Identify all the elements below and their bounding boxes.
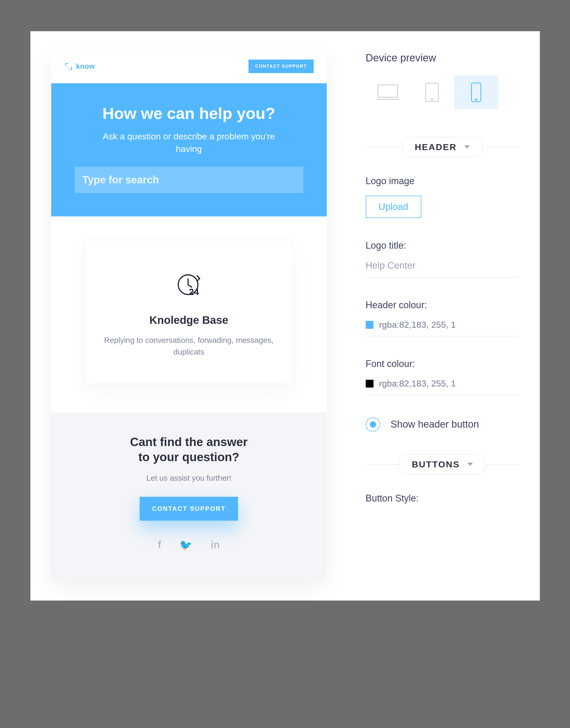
- font-colour-swatch: [366, 380, 373, 387]
- kb-card-title: Knoledge Base: [101, 314, 277, 326]
- button-style-label: Button Style:: [366, 493, 519, 504]
- mock-header: know CONTACT SUPPORT: [51, 49, 327, 83]
- clock-24-icon: 24: [175, 271, 203, 300]
- mock-logo: know: [64, 62, 95, 71]
- social-row: f 🐦 in: [62, 539, 316, 551]
- svg-point-5: [431, 99, 433, 100]
- upload-button[interactable]: Upload: [366, 196, 421, 218]
- logo-title-input[interactable]: [366, 260, 519, 278]
- hero-section: How we can help you? Ask a question or d…: [51, 83, 327, 216]
- font-colour-label: Font colour:: [366, 358, 519, 369]
- desktop-icon: [376, 83, 400, 102]
- device-option-desktop[interactable]: [366, 75, 410, 109]
- font-colour-input[interactable]: rgba:82,183, 255, 1: [366, 378, 519, 395]
- logo-title-label: Logo title:: [366, 240, 519, 251]
- chevron-down-icon: [468, 463, 473, 466]
- twitter-icon[interactable]: 🐦: [179, 539, 192, 551]
- editor-canvas: know CONTACT SUPPORT How we can help you…: [30, 31, 540, 600]
- logo-text: know: [76, 62, 95, 70]
- cta-title-line2: to your question?: [138, 450, 239, 464]
- device-picker: [366, 75, 519, 109]
- mobile-icon: [471, 82, 482, 103]
- section-toggle-buttons[interactable]: BUTTONS: [398, 454, 486, 475]
- section-divider-buttons: BUTTONS: [366, 454, 519, 475]
- font-colour-value: rgba:82,183, 255, 1: [379, 378, 456, 389]
- svg-rect-3: [378, 85, 398, 97]
- svg-point-7: [476, 99, 477, 101]
- logo-mark-icon: [64, 62, 73, 71]
- device-option-tablet[interactable]: [410, 75, 454, 109]
- section-header-label: HEADER: [415, 142, 457, 152]
- tablet-icon: [424, 82, 440, 103]
- radio-icon: [366, 417, 380, 432]
- hero-title: How we can help you?: [67, 104, 311, 123]
- logo-image-label: Logo image: [366, 176, 519, 186]
- cta-title-line1: Cant find the answer: [130, 435, 247, 449]
- hero-search-input[interactable]: [75, 167, 303, 193]
- header-contact-button[interactable]: CONTACT SUPPORT: [249, 59, 314, 73]
- show-header-button-label: Show header button: [391, 418, 479, 431]
- device-preview-heading: Device preview: [366, 52, 519, 64]
- cta-section: Cant find the answer to your question? L…: [51, 412, 327, 580]
- device-option-mobile[interactable]: [454, 75, 498, 109]
- cta-subtitle: Let us assist you further!: [62, 474, 316, 483]
- header-colour-label: Header colour:: [366, 300, 519, 311]
- cta-title: Cant find the answer to your question?: [62, 434, 316, 465]
- kb-card-desc: Replying to conversations, forwading, me…: [101, 334, 277, 358]
- kb-card[interactable]: 24 Knoledge Base Replying to conversatio…: [85, 240, 293, 384]
- section-buttons-label: BUTTONS: [412, 459, 460, 470]
- svg-text:24: 24: [189, 287, 199, 297]
- device-mock: know CONTACT SUPPORT How we can help you…: [51, 49, 327, 580]
- settings-column: Device preview HEADER: [337, 49, 519, 580]
- cta-contact-button[interactable]: CONTACT SUPPORT: [139, 497, 238, 521]
- svg-point-0: [67, 67, 68, 68]
- facebook-icon[interactable]: f: [158, 539, 161, 551]
- header-colour-value: rgba:82,183, 255, 1: [379, 320, 456, 330]
- preview-column: know CONTACT SUPPORT How we can help you…: [51, 49, 337, 580]
- header-colour-swatch: [366, 321, 373, 329]
- header-colour-input[interactable]: rgba:82,183, 255, 1: [366, 320, 519, 336]
- kb-section: 24 Knoledge Base Replying to conversatio…: [51, 216, 327, 412]
- hero-subtitle: Ask a question or describe a problem you…: [98, 130, 280, 155]
- show-header-button-toggle[interactable]: Show header button: [366, 417, 519, 432]
- chevron-down-icon: [465, 145, 470, 149]
- section-toggle-header[interactable]: HEADER: [401, 137, 483, 157]
- section-divider-header: HEADER: [366, 137, 519, 157]
- linkedin-icon[interactable]: in: [211, 539, 220, 551]
